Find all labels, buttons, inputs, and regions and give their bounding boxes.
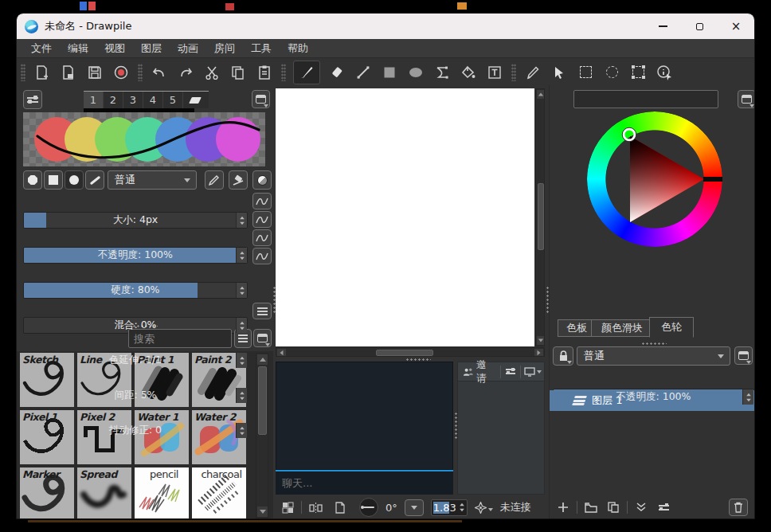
menu-layer[interactable]: 图层 (133, 39, 170, 57)
brush-preset-item[interactable]: charcoal (192, 467, 246, 518)
toolbar-drag-handle[interactable] (281, 64, 286, 81)
canvas[interactable] (276, 88, 534, 346)
close-button[interactable]: × (718, 14, 754, 39)
tab-color-wheel[interactable]: 色轮 (649, 317, 694, 338)
menu-edit[interactable]: 编辑 (60, 39, 96, 57)
menu-session[interactable]: 房间 (206, 39, 243, 57)
brush-preset-item[interactable]: pencil (135, 467, 189, 518)
brush-slot-4[interactable]: 4 (143, 92, 163, 108)
round-shape-button[interactable] (65, 170, 84, 190)
redo-button[interactable] (176, 63, 195, 82)
layer-blend-mode-dropdown[interactable]: 普通 (577, 346, 730, 366)
zoom-options-button[interactable] (475, 502, 493, 514)
spinner[interactable] (236, 283, 247, 298)
scroll-down-button[interactable] (257, 507, 268, 517)
brush-preset-item[interactable]: Spread (77, 467, 131, 518)
add-layer-button[interactable] (554, 499, 572, 516)
stabilizer-menu-button[interactable] (252, 303, 272, 319)
hue-marker[interactable] (703, 177, 722, 182)
zoom-spinbox[interactable]: 1.8 3 (431, 499, 468, 516)
save-button[interactable] (85, 63, 104, 82)
stabilizer-slider[interactable]: 抖动修正: 0 (23, 422, 248, 439)
open-file-button[interactable] (59, 63, 78, 82)
scrollbar-handle[interactable] (376, 350, 433, 356)
square-shape-button[interactable] (44, 170, 63, 190)
invite-button[interactable]: 邀请 (460, 358, 497, 385)
toolbar-drag-handle[interactable] (511, 64, 516, 81)
size-curve-button[interactable] (252, 193, 272, 209)
titlebar[interactable]: 未命名 - Drawpile × (17, 14, 754, 39)
duplicate-layer-button[interactable] (605, 499, 622, 516)
rotation-dial[interactable] (359, 498, 378, 517)
chat-input[interactable] (276, 471, 453, 495)
brush-tool-button[interactable] (293, 61, 320, 84)
brush-smudge-slider[interactable]: 混合: 0% (23, 317, 248, 334)
layer-lock-button[interactable] (553, 346, 573, 366)
rectangle-tool-button[interactable] (380, 63, 399, 82)
spinner[interactable] (236, 423, 247, 438)
canvas-background-button[interactable] (282, 502, 294, 514)
blob-shape-button[interactable] (23, 170, 42, 190)
spinner[interactable] (236, 388, 247, 403)
merge-layer-button[interactable] (632, 499, 650, 516)
color-name-input[interactable] (573, 90, 718, 108)
line-tool-button[interactable] (354, 63, 373, 82)
dock-splitter-handle[interactable] (641, 342, 667, 346)
color-pickup-slider[interactable]: 色延伸: 1/1 (23, 352, 248, 369)
session-settings-button[interactable] (504, 369, 517, 374)
spinner[interactable] (236, 213, 247, 228)
scrollbar-handle[interactable] (538, 183, 544, 250)
menu-view[interactable]: 视图 (96, 39, 133, 57)
color-wheel[interactable] (587, 111, 722, 247)
inspector-tool-button[interactable] (655, 63, 674, 82)
flip-view-button[interactable] (335, 502, 346, 514)
delete-layer-button[interactable] (729, 499, 748, 516)
brush-settings-button[interactable] (23, 90, 42, 109)
scroll-left-button[interactable] (277, 349, 286, 356)
scrollbar-handle[interactable] (258, 366, 267, 435)
minimize-button[interactable] (644, 14, 681, 39)
eraser-slot-tab[interactable] (183, 92, 207, 108)
brush-slot-2[interactable]: 2 (104, 92, 123, 108)
stroke-shape-button[interactable] (85, 170, 104, 190)
erase-mode-button[interactable] (229, 170, 248, 190)
layer-properties-button[interactable] (655, 499, 672, 516)
menu-animation[interactable]: 动画 (170, 39, 206, 57)
transform-tool-button[interactable] (628, 63, 648, 82)
scroll-up-button[interactable] (257, 354, 268, 365)
spinner[interactable] (236, 248, 247, 263)
toolbar-drag-handle[interactable] (21, 64, 25, 81)
new-file-button[interactable] (33, 63, 52, 82)
cut-button[interactable] (202, 63, 221, 82)
scroll-down-button[interactable] (537, 336, 544, 345)
scroll-right-button[interactable] (534, 349, 543, 356)
brush-slot-3[interactable]: 3 (123, 92, 143, 108)
bezier-tool-button[interactable] (432, 63, 452, 82)
maximize-button[interactable] (681, 14, 718, 39)
preset-scrollbar[interactable] (256, 353, 268, 518)
brush-hardness-slider[interactable]: 硬度: 80% (23, 282, 248, 299)
fill-tool-button[interactable] (459, 63, 478, 82)
paste-button[interactable] (255, 63, 274, 82)
colorpicker-tool-button[interactable] (523, 63, 542, 82)
brush-slot-5[interactable]: 5 (163, 92, 183, 108)
ellipse-tool-button[interactable] (406, 63, 425, 82)
toolbar-drag-handle[interactable] (138, 64, 143, 81)
copy-button[interactable] (229, 63, 248, 82)
menu-tools[interactable]: 工具 (243, 39, 280, 57)
brush-slot-1[interactable]: 1 (84, 92, 104, 108)
view-mode-button[interactable] (524, 367, 542, 377)
hardness-curve-button[interactable] (252, 229, 272, 246)
text-tool-button[interactable] (485, 63, 504, 82)
spinner[interactable] (742, 389, 753, 405)
spacing-slider[interactable]: 间距: 5% (23, 387, 248, 404)
canvas-hscrollbar[interactable] (276, 347, 545, 357)
mirror-view-button[interactable] (309, 503, 323, 513)
sv-marker[interactable] (624, 129, 635, 140)
tab-color-sliders[interactable]: 颜色滑块 (591, 319, 653, 337)
menu-help[interactable]: 帮助 (280, 39, 316, 57)
eraser-tool-button[interactable] (327, 63, 346, 82)
opacity-curve-button[interactable] (252, 211, 272, 228)
draw-mode-button[interactable] (205, 170, 224, 190)
undo-button[interactable] (150, 63, 169, 82)
